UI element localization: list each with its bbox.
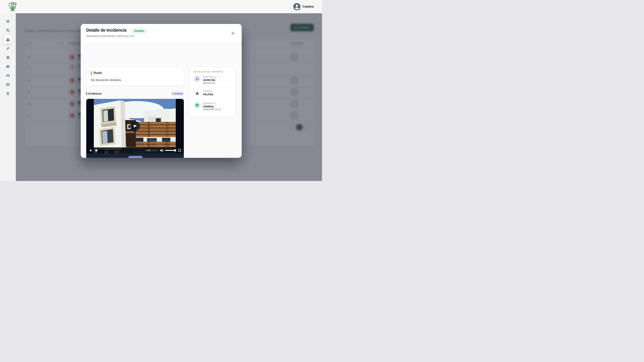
clock-icon (6, 64, 10, 69)
incident-detail-modal: Detalle de Incidencia Atendida Reportado… (81, 24, 242, 158)
map-icon (6, 73, 10, 78)
online-status-dot (299, 8, 301, 10)
sidebar-item-history[interactable] (4, 62, 12, 70)
home-icon (6, 19, 10, 24)
indigo-accent-bar (86, 92, 87, 95)
sidebar-item-log[interactable] (4, 54, 12, 62)
video-play-button[interactable] (130, 121, 140, 131)
reported-by-handle: @JUAN GIL (203, 82, 217, 84)
attended-datetime: 18/02/2026 12:10 (203, 108, 220, 111)
app-window: Gestión y seguimiento de reportes de seg… (0, 0, 322, 181)
modal-subtitle: Reportado el 18 de febrero, 2026 a las 1… (86, 35, 134, 38)
warning-triangle-icon (196, 92, 199, 95)
sidebar-item-incidents[interactable] (4, 36, 12, 44)
book-icon (6, 55, 10, 60)
close-button[interactable] (230, 30, 236, 36)
evidence-section-title: Evidencia (88, 92, 101, 95)
modal-title: Detalle de Incidencia (86, 28, 126, 33)
reported-by-name: JUAN GIL (203, 78, 217, 82)
incident-title: Ruido (94, 71, 102, 74)
wrench-icon (6, 46, 10, 51)
sidebar-item-tools[interactable] (4, 44, 12, 52)
category-value: FALTAS (203, 93, 213, 96)
sidebar-item-visitors[interactable] (4, 90, 12, 98)
modal-header: Detalle de Incidencia Atendida Reportado… (81, 24, 242, 42)
reported-by-label: Reportado por (203, 76, 217, 78)
category-item: Categoría FALTAS (194, 90, 232, 96)
category-icon-circle (194, 90, 200, 96)
evidence-thumbnail-selected[interactable] (128, 156, 142, 158)
sidebar-item-map[interactable] (4, 72, 12, 80)
user-name: Catalina (302, 5, 314, 8)
fullscreen-icon[interactable] (178, 149, 181, 152)
topbar: Catalina (0, 0, 322, 13)
close-icon (232, 32, 234, 35)
seek-bar[interactable] (96, 150, 144, 151)
evidence-count-badge: 1 archivos (171, 91, 184, 96)
duration: / 0:14 (151, 149, 156, 152)
status-badge: Atendida (132, 28, 146, 33)
video-watermark-corvina: corvina (126, 130, 134, 134)
player-play-button[interactable] (90, 149, 92, 152)
person-icon (6, 91, 10, 96)
attended-icon-circle (194, 102, 200, 108)
volume-icon[interactable] (160, 149, 164, 152)
time-display: 0:00 / 0:14 (146, 149, 156, 152)
play-icon (133, 124, 137, 128)
attended-by-name: Catalina (203, 105, 220, 108)
orange-accent-bar (91, 71, 92, 75)
check-circle-icon (195, 103, 199, 107)
category-label: Categoría (203, 90, 213, 92)
person-shield-icon (195, 77, 199, 80)
sidebar-item-home[interactable] (4, 18, 12, 25)
sidebar-item-records[interactable] (4, 80, 12, 88)
attended-by-item: Atendido por Catalina 18/02/2026 12:10 (194, 102, 232, 111)
attended-by-label: Atendido por (203, 102, 220, 104)
incident-summary-card: Ruido Sin descripción detallada. (86, 67, 184, 86)
report-details-panel: DETALLES DEL REPORTE Reportado por JUAN … (190, 67, 235, 117)
reported-by-item: Reportado por JUAN GIL @JUAN GIL (194, 75, 232, 84)
incident-description: Sin descripción detallada. (91, 78, 122, 82)
seek-thumb[interactable] (95, 149, 98, 152)
user-menu[interactable]: Catalina (293, 3, 314, 10)
list-card-icon (6, 82, 10, 87)
video-player: D corvina (86, 99, 184, 158)
current-time: 0:00 (146, 149, 150, 152)
modal-body: Ruido Sin descripción detallada. Evidenc… (81, 42, 242, 158)
video-frame[interactable]: D corvina (86, 99, 184, 154)
app-logo[interactable] (8, 2, 17, 12)
reporter-avatar (194, 75, 200, 82)
search-location-icon (6, 28, 10, 32)
evidence-thumbnail-strip (86, 154, 184, 158)
alert-triangle-icon (6, 38, 10, 42)
details-panel-title: DETALLES DEL REPORTE (194, 71, 223, 73)
volume-thumb[interactable] (174, 149, 176, 152)
sidebar-item-search[interactable] (4, 26, 12, 34)
sidebar (0, 13, 16, 181)
volume-slider[interactable] (165, 150, 175, 151)
video-controls: 0:00 / 0:14 (86, 148, 184, 154)
